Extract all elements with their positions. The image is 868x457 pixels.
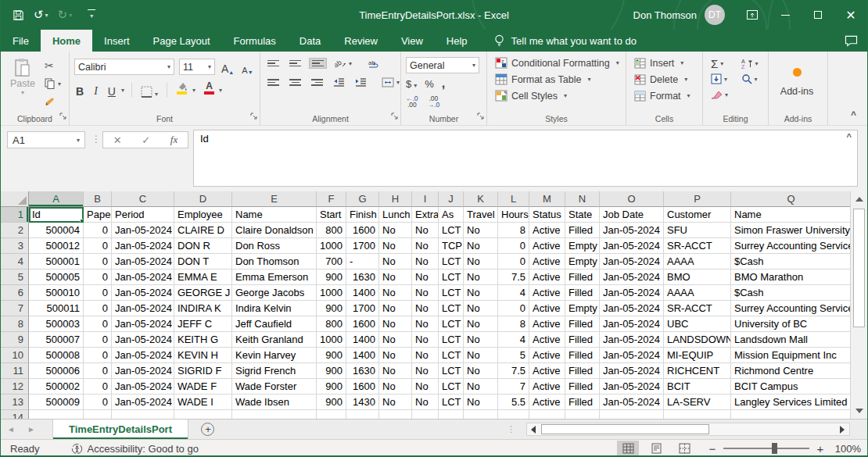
cell-O14[interactable] [600,410,664,419]
cell-H5[interactable]: No [379,270,412,285]
cell-P10[interactable]: MI-EQUIP [664,348,731,363]
cell-O8[interactable]: Jan-05-2024 [600,316,664,332]
cell-C12[interactable]: Jan-05-2024 [112,379,174,395]
cell-L5[interactable]: 7.5 [498,270,529,285]
tab-home[interactable]: Home [41,30,92,52]
cell-P13[interactable]: LA-SERV [664,395,731,410]
addins-button[interactable]: Add-ins [773,55,820,109]
row-header-12[interactable]: 12 [1,379,29,395]
cell-P11[interactable]: RICHCENT [664,363,731,379]
cell-F10[interactable]: 900 [317,348,346,363]
cell-A11[interactable]: 500006 [29,363,84,379]
column-header-K[interactable]: K [464,191,498,207]
column-header-E[interactable]: E [232,191,317,207]
borders-caret-icon[interactable]: ▾ [155,91,158,98]
cell-L3[interactable]: 0 [498,238,529,254]
cell-O1[interactable]: Job Date [600,207,664,223]
horizontal-scrollbar[interactable] [526,423,850,436]
cell-E12[interactable]: Wade Forster [232,379,317,395]
cell-H4[interactable]: No [379,254,412,270]
cell-N2[interactable]: Filled [565,223,600,238]
undo-button[interactable]: ↺▾ [30,4,52,26]
cell-H1[interactable]: Lunch [379,207,412,223]
row-header-3[interactable]: 3 [1,238,29,254]
cell-I13[interactable]: No [412,395,439,410]
cell-K12[interactable]: No [464,379,498,395]
cell-K1[interactable]: Travel [464,207,498,223]
tab-data[interactable]: Data [288,30,332,52]
new-sheet-button[interactable]: + [198,420,218,439]
column-header-M[interactable]: M [529,191,565,207]
zoom-slider-thumb[interactable] [772,443,777,454]
cell-F3[interactable]: 1000 [317,238,346,254]
cell-D11[interactable]: SIGRID F [174,363,232,379]
cell-I9[interactable]: No [412,332,439,348]
cell-I1[interactable]: Extra [412,207,439,223]
sort-filter-button[interactable]: AZ ▾ [741,56,766,70]
cell-A1[interactable]: Id [29,207,84,223]
cell-J11[interactable]: LCT [439,363,464,379]
format-cells-button[interactable]: Format▾ [634,87,699,104]
cell-C11[interactable]: Jan-05-2024 [112,363,174,379]
cell-G7[interactable]: 1700 [346,301,379,316]
scroll-right-button[interactable] [836,423,848,435]
middle-align-button[interactable] [287,59,303,69]
increase-decimal-button[interactable]: ←.0.00 [406,95,418,108]
cell-C3[interactable]: Jan-05-2024 [112,238,174,254]
column-header-I[interactable]: I [412,191,439,207]
cell-B5[interactable]: 0 [84,270,112,285]
cell-J1[interactable]: As [439,207,464,223]
wrap-text-button[interactable]: ab [366,57,382,70]
cell-M1[interactable]: Status [529,207,565,223]
cell-E8[interactable]: Jeff Caufield [232,316,317,332]
merge-caret-icon[interactable]: ▾ [396,79,400,86]
cell-K14[interactable] [464,410,498,419]
cell-L10[interactable]: 5 [498,348,529,363]
delete-cells-button[interactable]: Delete▾ [634,71,699,87]
cell-C4[interactable]: Jan-05-2024 [112,254,174,270]
column-header-H[interactable]: H [379,191,412,207]
borders-button[interactable]: ▾ [139,82,160,98]
cell-M2[interactable]: Active [529,223,565,238]
cell-E13[interactable]: Wade Ibsen [232,395,317,410]
orientation-caret-icon[interactable]: ▾ [349,60,352,67]
cell-I10[interactable]: No [412,348,439,363]
fill-handle[interactable] [80,219,84,223]
cell-D2[interactable]: CLAIRE D [174,223,232,238]
cell-A3[interactable]: 500012 [29,238,84,254]
cell-O2[interactable]: Jan-05-2024 [600,223,664,238]
bold-button[interactable]: B [74,82,85,98]
cell-M8[interactable]: Active [529,316,565,332]
cell-B4[interactable]: 0 [84,254,112,270]
cell-D3[interactable]: DON R [174,238,232,254]
cell-K8[interactable]: No [464,316,498,332]
cell-H13[interactable]: No [379,395,412,410]
number-format-combobox[interactable]: General▾ [406,57,479,73]
cancel-entry-button[interactable]: ✕ [113,134,122,146]
cell-E9[interactable]: Keith Granland [232,332,317,348]
find-select-button[interactable]: ▾ [741,72,766,86]
horizontal-scroll-thumb[interactable] [541,424,709,434]
cell-F11[interactable]: 900 [317,363,346,379]
cell-H2[interactable]: No [379,223,412,238]
font-family-combobox[interactable]: Calibri▾ [74,59,174,75]
cell-F5[interactable]: 900 [317,270,346,285]
tell-me-box[interactable]: Tell me what you want to do [493,30,637,52]
cell-M7[interactable]: Active [529,301,565,316]
cell-J8[interactable]: LCT [439,316,464,332]
cell-O3[interactable]: Jan-05-2024 [600,238,664,254]
select-all-corner[interactable] [1,191,29,207]
collapse-ribbon-button[interactable]: ^ [851,109,856,120]
cell-A2[interactable]: 500004 [29,223,84,238]
cell-P6[interactable]: AAAA [664,285,731,301]
underline-button[interactable]: U [106,82,117,98]
row-header-4[interactable]: 4 [1,254,29,270]
cell-K13[interactable]: No [464,395,498,410]
cell-N6[interactable]: Filled [565,285,600,301]
cell-P14[interactable] [664,410,731,419]
font-dialog-launcher[interactable] [250,109,257,123]
cell-D13[interactable]: WADE I [174,395,232,410]
column-header-P[interactable]: P [664,191,731,207]
cell-D1[interactable]: Employee [174,207,232,223]
format-as-table-button[interactable]: Format as Table▾ [495,71,622,87]
